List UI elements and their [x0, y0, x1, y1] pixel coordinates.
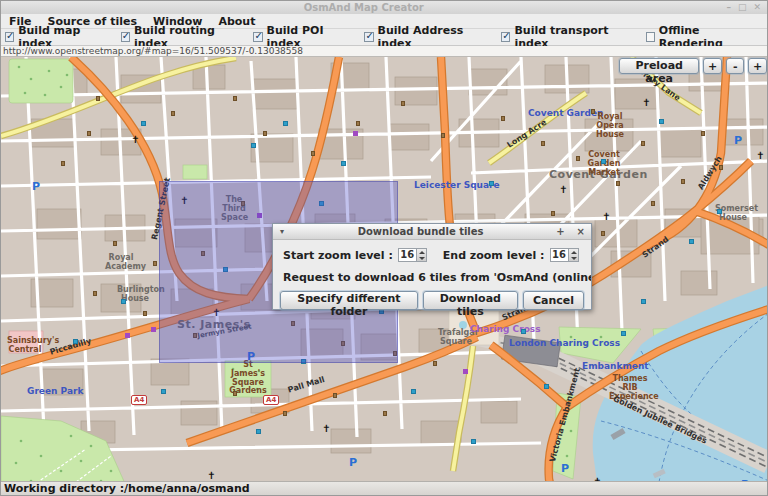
checkbox-icon[interactable] — [253, 32, 262, 42]
end-zoom-value: 16 — [551, 249, 568, 261]
start-zoom-value: 16 — [399, 249, 416, 261]
preload-area-button[interactable]: Preload area — [619, 58, 699, 74]
map-toolbar: Preload area + - + — [619, 58, 767, 74]
start-zoom-spinner[interactable]: 16 — [398, 248, 427, 262]
dialog-plus-icon[interactable]: + — [550, 226, 570, 237]
dialog-titlebar[interactable]: ▾ Download bundle tiles + × — [273, 224, 591, 240]
minimize-icon[interactable]: – — [726, 1, 731, 14]
zoom-in-button[interactable]: + — [703, 58, 722, 74]
working-directory-text: Working directory :/home/anna/osmand — [1, 482, 768, 495]
url-bar: http://www.openstreetmap.org/#map=16/51.… — [1, 46, 768, 57]
close-icon[interactable]: ✕ — [753, 1, 761, 14]
maximize-icon[interactable]: □ — [738, 1, 747, 14]
start-zoom-spin-buttons[interactable] — [416, 249, 426, 261]
specify-different-folder-button[interactable]: Specify different folder — [280, 291, 418, 310]
end-zoom-label: End zoom level : — [443, 249, 545, 262]
dialog-title: Download bundle tiles — [291, 226, 550, 237]
zoom-level-row: Start zoom level : 16 End zoom level : 1… — [273, 240, 591, 262]
collapse-icon[interactable]: ▾ — [273, 227, 291, 236]
end-zoom-spin-buttons[interactable] — [568, 249, 578, 261]
osmand-map-creator-window: Covent GardenCovent GardenRoyal Opera Ho… — [0, 0, 768, 496]
status-bar: Working directory :/home/anna/osmand — [1, 481, 768, 495]
spin-down-icon[interactable] — [569, 255, 578, 261]
dialog-buttons: Specify different folder Download tiles … — [273, 284, 591, 310]
window-title: OsmAnd Map Creator — [1, 2, 726, 13]
checkbox-icon[interactable] — [646, 32, 655, 42]
download-bundle-tiles-dialog: ▾ Download bundle tiles + × Start zoom l… — [272, 223, 592, 310]
dialog-close-icon[interactable]: × — [571, 226, 591, 237]
window-titlebar: OsmAnd Map Creator – □ ✕ — [1, 1, 768, 14]
dialog-message: Request to download 6 tiles from 'OsmAnd… — [273, 262, 591, 284]
build-options-bar: Build map index Build routing index Buil… — [1, 29, 768, 46]
end-zoom-spinner[interactable]: 16 — [550, 248, 579, 262]
zoom-out-button[interactable]: - — [726, 58, 745, 74]
checkbox-icon[interactable] — [5, 32, 14, 42]
checkbox-icon[interactable] — [121, 32, 130, 42]
map-url-text: http://www.openstreetmap.org/#map=16/51.… — [1, 46, 768, 57]
start-zoom-label: Start zoom level : — [283, 249, 393, 262]
spin-down-icon[interactable] — [417, 255, 426, 261]
cancel-button[interactable]: Cancel — [523, 291, 584, 310]
extra-zoom-button[interactable]: + — [748, 58, 767, 74]
download-tiles-button[interactable]: Download tiles — [423, 291, 518, 310]
checkbox-icon[interactable] — [364, 32, 373, 42]
window-controls: – □ ✕ — [726, 1, 768, 14]
checkbox-icon[interactable] — [501, 32, 510, 42]
